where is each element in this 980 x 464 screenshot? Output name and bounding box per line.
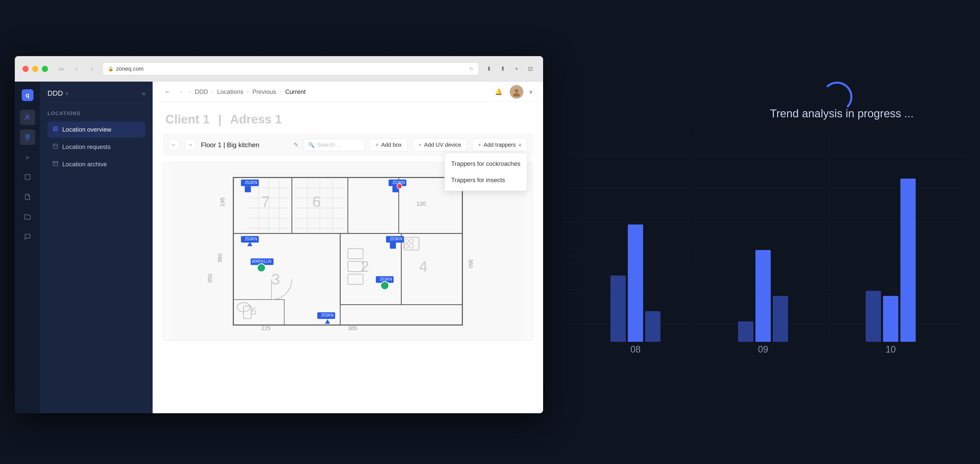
svg-rect-2 <box>25 175 30 180</box>
reader-icon[interactable]: ⊡ <box>525 64 535 74</box>
sidebar-icon-person[interactable] <box>20 110 35 125</box>
svg-point-77 <box>257 264 266 272</box>
page-content: Client 1 | Adress 1 ← → Floor 1 | Big ki… <box>153 102 543 413</box>
sidebar: q » <box>15 82 153 413</box>
workspace-chevron-icon: ∨ <box>65 91 68 96</box>
sidebar-icon-strip: q » <box>15 82 40 413</box>
chart-group-10 <box>827 143 955 342</box>
add-box-icon: + <box>375 142 379 148</box>
notification-bell-button[interactable]: 🔔 <box>493 86 504 97</box>
breadcrumb-current: Current <box>285 88 305 95</box>
svg-text:253KN: 253KN <box>245 237 257 241</box>
user-menu-chevron-icon[interactable]: ∨ <box>529 89 533 95</box>
svg-point-11 <box>513 93 520 97</box>
svg-rect-4 <box>56 127 57 128</box>
minimize-button[interactable] <box>32 66 38 72</box>
chart-x-labels: 08 09 10 <box>572 342 955 357</box>
add-trappers-chevron-icon: ∨ <box>518 142 522 148</box>
browser-sidebar-toggle[interactable]: ▭ <box>56 63 67 75</box>
location-requests-icon <box>52 143 58 151</box>
search-icon: 🔍 <box>308 142 315 148</box>
add-trappers-button[interactable]: + Add trappers ∨ Trappers for cockroache… <box>472 138 528 151</box>
trappers-dropdown: Trappers for cockroaches Trappers for in… <box>444 153 527 191</box>
breadcrumb-back-button[interactable]: ← <box>163 87 172 96</box>
svg-text:2: 2 <box>361 258 369 275</box>
svg-text:360: 360 <box>217 253 223 263</box>
svg-text:350: 350 <box>207 274 213 283</box>
sidebar-icon-chat[interactable] <box>20 229 35 245</box>
x-label-10: 10 <box>827 342 955 357</box>
breadcrumb-ddd[interactable]: DDD <box>195 88 208 95</box>
main-content: ← → › DDD › Locations › Previous › Curre… <box>153 82 543 413</box>
svg-text:7: 7 <box>261 193 270 210</box>
floorplan-toolbar: ← → Floor 1 | Big kitchen ✎ 🔍 Search ...… <box>163 134 533 156</box>
browser-nav-controls: ▭ ‹ › <box>56 63 97 75</box>
traffic-lights <box>22 66 48 72</box>
reload-icon[interactable]: ↻ <box>469 66 473 72</box>
breadcrumb-previous[interactable]: Previous <box>252 88 276 95</box>
search-bar[interactable]: 🔍 Search ... <box>304 139 365 151</box>
add-uv-icon: + <box>418 142 422 148</box>
address-bar[interactable]: 🔒 zoneq.com ↻ <box>103 62 479 75</box>
sidebar-icon-box[interactable] <box>20 169 35 185</box>
browser-back-button[interactable]: ‹ <box>71 63 82 75</box>
svg-point-0 <box>26 115 29 117</box>
sidebar-item-location-archive[interactable]: Location archive <box>48 156 145 172</box>
sidebar-item-location-requests[interactable]: Location requests <box>48 139 145 155</box>
svg-text:120: 120 <box>417 200 426 207</box>
maximize-button[interactable] <box>42 66 48 72</box>
location-overview-icon <box>52 126 58 133</box>
svg-text:360: 360 <box>468 259 474 269</box>
breadcrumb-locations[interactable]: Locations <box>217 88 243 95</box>
add-box-button[interactable]: + Add box <box>370 138 407 151</box>
svg-text:385: 385 <box>348 325 357 331</box>
floorplan-forward-button[interactable]: → <box>185 139 196 151</box>
x-label-08: 08 <box>572 342 699 357</box>
svg-text:253KN: 253KN <box>245 180 257 185</box>
add-uv-device-button[interactable]: + Add UV device <box>413 138 467 151</box>
location-archive-label: Location archive <box>62 161 107 168</box>
lock-icon: 🔒 <box>108 66 114 72</box>
sidebar-icon-chevron[interactable]: » <box>20 149 35 165</box>
share-icon[interactable]: ⬆ <box>498 64 508 74</box>
breadcrumb-forward-button[interactable]: → <box>176 87 186 96</box>
floor-edit-button[interactable]: ✎ <box>294 141 298 148</box>
svg-text:6: 6 <box>312 193 321 210</box>
floorplan-back-button[interactable]: ← <box>168 139 180 151</box>
download-icon[interactable]: ⬇ <box>484 64 494 74</box>
svg-rect-74 <box>390 243 396 249</box>
dropdown-cockroaches[interactable]: Trappers for cockroaches <box>445 156 527 172</box>
add-trappers-icon: + <box>478 142 481 148</box>
new-tab-icon[interactable]: + <box>511 64 522 74</box>
breadcrumb-sep1: › <box>189 89 191 95</box>
svg-text:225: 225 <box>261 325 271 331</box>
workspace-name: DDD ∨ <box>48 89 68 97</box>
logo-icon[interactable]: q <box>22 89 33 101</box>
svg-rect-6 <box>56 129 57 131</box>
user-avatar[interactable] <box>509 85 524 99</box>
sidebar-icon-location[interactable] <box>20 130 35 145</box>
svg-point-10 <box>515 89 518 92</box>
svg-text:3: 3 <box>272 271 280 288</box>
dropdown-insects[interactable]: Trappers for insects <box>445 172 527 188</box>
search-input[interactable]: Search ... <box>317 141 341 148</box>
chart-group-09 <box>699 143 827 342</box>
svg-text:253KN: 253KN <box>380 277 392 281</box>
chart-area: Trend analysis in progress ... <box>562 56 965 357</box>
url-text: zoneq.com <box>116 65 144 72</box>
bar-10-1 <box>865 291 881 342</box>
bar-09-1 <box>738 321 753 342</box>
svg-text:808FKLLN: 808FKLLN <box>252 259 271 264</box>
close-button[interactable] <box>22 66 29 72</box>
bar-10-3 <box>900 178 916 342</box>
sidebar-icon-document[interactable] <box>20 189 35 205</box>
svg-rect-64 <box>245 186 251 192</box>
browser-forward-button[interactable]: › <box>86 63 97 75</box>
browser-action-buttons: ⬇ ⬆ + ⊡ <box>484 64 535 74</box>
sidebar-icon-folder[interactable] <box>20 209 35 224</box>
bar-10-2 <box>883 296 898 342</box>
bar-chart: 08 09 10 <box>562 133 965 357</box>
svg-point-80 <box>381 281 389 290</box>
sidebar-collapse-button[interactable]: « <box>142 89 145 97</box>
sidebar-item-location-overview[interactable]: Location overview <box>48 121 145 138</box>
